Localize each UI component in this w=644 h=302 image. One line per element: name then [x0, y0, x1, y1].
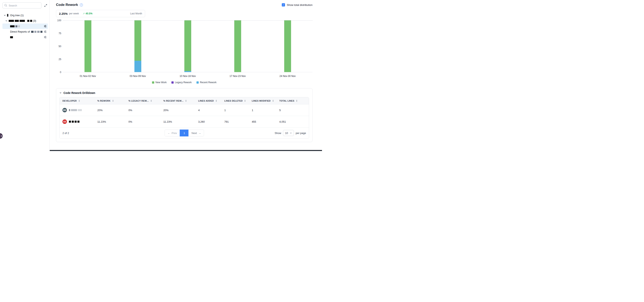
sort-icon[interactable] — [185, 100, 186, 102]
sidebar: Org tree (1) (3) Direct Reports of — [0, 0, 50, 151]
bottom-divider — [50, 150, 322, 151]
redacted-block — [78, 109, 82, 111]
filter-sliders-icon[interactable] — [44, 25, 47, 28]
legend-label: Legacy Rework — [175, 81, 192, 84]
sort-icon[interactable] — [244, 100, 246, 102]
table-footer: 2 of 2 ← Prev 1 Next → Show 10 — [60, 127, 309, 138]
bar-segment-new-work[interactable] — [234, 20, 241, 72]
redacted-block — [71, 109, 77, 111]
column-header-recent-rework[interactable]: % RECENT REW... — [160, 97, 195, 104]
bar-group[interactable] — [163, 21, 213, 72]
tree-row-group[interactable]: (3) — [2, 18, 48, 24]
tree-row-org-root[interactable]: Org tree (1) — [2, 13, 48, 18]
bar-segment-new-work[interactable] — [134, 20, 141, 61]
cell-rework: 20% — [94, 104, 126, 116]
arrow-right-icon: → — [198, 131, 201, 135]
cell-total-lines: 5 — [276, 104, 309, 116]
bar-group[interactable] — [63, 21, 113, 72]
column-header-legacy-rework[interactable]: % LEGACY REW... — [126, 97, 160, 104]
bar-segment-new-work[interactable] — [184, 20, 191, 71]
expand-sidebar-icon[interactable] — [44, 3, 48, 8]
cell-lines-added: 3,260 — [195, 116, 221, 127]
redacted-block — [10, 25, 14, 27]
info-icon[interactable]: i — [80, 4, 83, 7]
filter-sliders-icon[interactable] — [44, 30, 47, 33]
drilldown-header[interactable]: Code Rework Drilldown — [60, 91, 309, 94]
column-header-lines-modified[interactable]: LINES MODIFIED — [249, 97, 276, 104]
chevron-down-icon — [290, 132, 292, 134]
bar-group[interactable] — [113, 21, 163, 72]
sort-icon[interactable] — [112, 100, 114, 102]
show-total-distribution-label: Show total distribution — [287, 4, 312, 7]
chevron-down-icon[interactable] — [5, 20, 8, 22]
redacted-block — [15, 20, 19, 22]
sort-icon[interactable] — [150, 100, 152, 102]
legend-item[interactable]: New Work — [152, 81, 166, 84]
org-tree-label: Org tree (1) — [10, 14, 24, 17]
tree-row-direct-reports[interactable]: Direct Reports of — [2, 29, 48, 34]
redacted-block — [30, 20, 32, 22]
legend-item[interactable]: Recent Rework — [196, 81, 216, 84]
column-label: LINES ADDED — [198, 100, 214, 102]
column-header-rework[interactable]: % REWORK — [94, 97, 126, 104]
tree-row-member[interactable] — [2, 34, 48, 40]
redacted-block — [15, 25, 18, 27]
y-tick-label: 50 — [58, 45, 61, 48]
avatar-initials: MS — [63, 109, 66, 111]
search-input[interactable] — [2, 3, 42, 9]
filter-sliders-icon[interactable] — [44, 36, 47, 39]
redacted-block — [18, 25, 20, 27]
column-label: TOTAL LINES — [279, 100, 294, 102]
prev-page-button[interactable]: ← Prev — [164, 129, 180, 136]
column-label: % RECENT REW... — [163, 100, 184, 102]
column-header-lines-deleted[interactable]: LINES DELETED — [222, 97, 249, 104]
chevron-down-icon[interactable] — [60, 91, 62, 94]
y-tick-label: 25 — [58, 58, 61, 61]
redacted-block — [69, 109, 70, 111]
table-row[interactable]: MS 20% 0% 20% 4 1 1 5 — [60, 104, 309, 116]
next-page-button[interactable]: Next → — [188, 129, 204, 136]
column-header-total-lines[interactable]: TOTAL LINES — [276, 97, 309, 104]
page-size-select[interactable]: 10 — [283, 130, 294, 136]
redacted-block — [9, 20, 14, 22]
column-header-developer[interactable]: DEVELOPER — [60, 97, 94, 104]
x-tick-label: 17 Nov-23 Nov — [213, 75, 262, 78]
cell-lines-deleted: 1 — [222, 104, 249, 116]
sort-icon[interactable] — [272, 100, 274, 102]
bar-group[interactable] — [213, 21, 262, 72]
table-row[interactable]: AS 11.23% 0% 11.23% 3,260 791 45 — [60, 116, 309, 127]
bar-segment-recent-rework[interactable] — [184, 71, 191, 72]
bar-segment-new-work[interactable] — [84, 20, 91, 72]
bar-group[interactable] — [262, 21, 312, 72]
checkbox-checked-icon[interactable]: ✓ — [282, 3, 285, 7]
legend-item[interactable]: Legacy Rework — [172, 81, 192, 84]
sort-icon[interactable] — [216, 100, 217, 102]
direct-reports-label: Direct Reports of — [10, 30, 30, 33]
drilldown-card: Code Rework Drilldown DEVELOPER % REWORK… — [56, 88, 312, 142]
show-total-distribution-toggle[interactable]: ✓ Show total distribution — [282, 3, 312, 7]
column-label: LINES MODIFIED — [252, 100, 270, 102]
stat-unit: per week — [69, 12, 79, 15]
redacted-block — [78, 121, 80, 123]
drilldown-title: Code Rework Drilldown — [64, 91, 95, 94]
column-label: % REWORK — [97, 100, 110, 102]
page-1-button[interactable]: 1 — [180, 129, 189, 136]
cell-lines-deleted: 791 — [222, 116, 249, 127]
bar-segment-recent-rework[interactable] — [134, 61, 141, 72]
y-tick-label: 75 — [58, 32, 61, 35]
redacted-block — [10, 36, 13, 38]
x-tick-label: 03 Nov-09 Nov — [113, 75, 163, 78]
bar-segment-new-work[interactable] — [284, 20, 291, 72]
chart-y-axis: 0255075100 — [56, 21, 63, 72]
avatar-initials: AS — [63, 121, 66, 123]
sort-icon[interactable] — [79, 100, 80, 102]
chevron-down-icon[interactable] — [4, 14, 6, 16]
show-label: Show — [275, 131, 281, 135]
avatar: AS — [62, 119, 67, 124]
tree-row-selected-team[interactable] — [2, 24, 48, 29]
sort-icon[interactable] — [296, 100, 297, 102]
redacted-block — [40, 31, 42, 33]
column-header-lines-added[interactable]: LINES ADDED — [195, 97, 221, 104]
legend-swatch — [172, 81, 174, 84]
search-box — [2, 3, 42, 9]
